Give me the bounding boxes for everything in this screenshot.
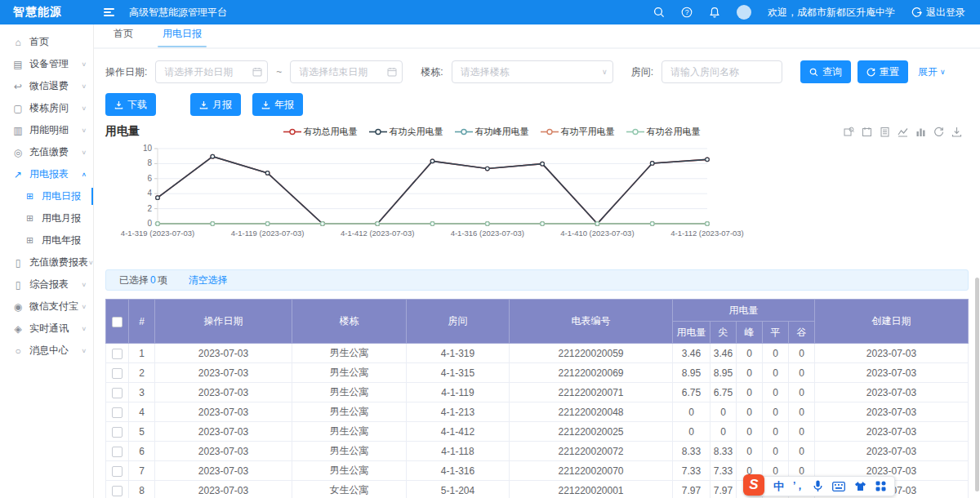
sidebar-item-9[interactable]: ◉微信支付宝∨ xyxy=(0,296,93,318)
sidebar-item-6[interactable]: ↗用电报表∧ xyxy=(0,163,93,185)
sidebar-item-10[interactable]: ◈实时通讯∨ xyxy=(0,318,93,340)
table-cell: 男生公寓 xyxy=(292,442,407,461)
sidebar-item-3[interactable]: ▢楼栋房间∨ xyxy=(0,97,93,119)
bell-icon[interactable] xyxy=(709,7,720,18)
col-building: 楼栋 xyxy=(292,300,407,344)
row-checkbox[interactable] xyxy=(112,388,122,398)
search-button[interactable]: 查询 xyxy=(800,60,851,83)
data-view-icon[interactable] xyxy=(880,127,890,137)
tab-home[interactable]: 首页 xyxy=(114,27,133,47)
sidebar-item-7[interactable]: ▯充值缴费报表∨ xyxy=(0,251,93,273)
summary-report-icon: ▯ xyxy=(12,279,24,291)
row-checkbox[interactable] xyxy=(112,486,122,496)
line-type-icon[interactable] xyxy=(898,127,908,137)
sidebar-item-11[interactable]: ○消息中心∨ xyxy=(0,340,93,362)
save-image-icon[interactable] xyxy=(951,127,962,137)
monthly-report-button[interactable]: 月报 xyxy=(190,93,241,116)
table-cell: 221220020001 xyxy=(510,481,673,498)
table-cell: 2023-07-03 xyxy=(815,363,969,383)
sidebar-subitem-0[interactable]: ⊞用电日报 xyxy=(0,185,93,207)
expand-link[interactable]: 展开 ∨ xyxy=(918,65,946,79)
chinese-mode-icon[interactable]: 中 xyxy=(773,479,784,494)
download-button[interactable]: 下载 xyxy=(105,93,156,116)
legend-item-4[interactable]: 有功谷用电量 xyxy=(626,126,701,138)
search-icon xyxy=(809,68,818,77)
building-icon: ▢ xyxy=(12,103,24,114)
sidebar-item-label: 消息中心 xyxy=(29,344,69,358)
table-cell: 男生公寓 xyxy=(292,422,407,442)
selected-count: 0 xyxy=(150,274,156,286)
menu-collapse-icon[interactable] xyxy=(104,8,114,16)
table-cell: 2023-07-03 xyxy=(155,383,292,402)
legend-item-3[interactable]: 有功平用电量 xyxy=(541,126,615,138)
sidebar-subitem-2[interactable]: ⊞用电年报 xyxy=(0,229,93,251)
sidebar-item-label: 实时通讯 xyxy=(29,322,69,336)
sidebar-item-2[interactable]: ↩微信退费∨ xyxy=(0,75,93,97)
room-input[interactable] xyxy=(662,60,782,83)
row-checkbox[interactable] xyxy=(112,466,122,477)
reset-button[interactable]: 重置 xyxy=(858,60,908,83)
table-cell: 0 xyxy=(789,383,815,402)
punctuation-icon[interactable]: ’， xyxy=(793,479,804,493)
sidebar-item-0[interactable]: ⌂首页 xyxy=(0,31,93,53)
zoom-select-icon[interactable] xyxy=(844,127,854,137)
table-cell: 8 xyxy=(129,481,155,498)
tab-daily-report[interactable]: 用电日报 xyxy=(163,27,202,47)
row-checkbox[interactable] xyxy=(112,447,122,457)
skin-icon[interactable] xyxy=(854,481,866,491)
legend-item-0[interactable]: 有功总用电量 xyxy=(283,126,358,138)
bar-type-icon[interactable] xyxy=(915,127,926,137)
legend-marker-icon xyxy=(283,128,301,136)
table-cell: 4-1-316 xyxy=(407,461,510,481)
yearly-report-button[interactable]: 年报 xyxy=(252,93,303,116)
platform-title: 高级智慧能源管理平台 xyxy=(129,6,227,20)
sub-report-icon: ⊞ xyxy=(26,191,37,202)
table-cell: 0 xyxy=(789,422,815,442)
table-cell: 男生公寓 xyxy=(292,344,407,363)
sogou-logo-icon[interactable]: S xyxy=(743,474,764,496)
svg-text:8: 8 xyxy=(147,158,152,167)
sidebar-subitem-1[interactable]: ⊞用电月报 xyxy=(0,207,93,229)
sidebar-item-label: 微信支付宝 xyxy=(29,300,78,313)
search-icon[interactable] xyxy=(653,7,665,18)
page-scrollbar[interactable] xyxy=(975,278,979,491)
logout-icon xyxy=(911,7,922,18)
table-cell: 2023-07-03 xyxy=(815,402,969,422)
restore-icon[interactable] xyxy=(933,127,944,137)
mic-icon[interactable] xyxy=(813,480,823,492)
row-checkbox[interactable] xyxy=(112,407,122,418)
svg-text:6: 6 xyxy=(147,174,152,183)
help-icon[interactable]: ? xyxy=(681,7,693,18)
legend-item-2[interactable]: 有功峰用电量 xyxy=(455,126,529,138)
row-checkbox[interactable] xyxy=(112,349,122,359)
legend-item-1[interactable]: 有功尖用电量 xyxy=(369,126,443,138)
logout-button[interactable]: 退出登录 xyxy=(911,6,965,20)
clear-selection-link[interactable]: 清空选择 xyxy=(189,273,228,287)
sidebar-item-4[interactable]: ▥用能明细∨ xyxy=(0,119,93,141)
sidebar-item-8[interactable]: ▯综合报表∨ xyxy=(0,273,93,296)
building-select[interactable] xyxy=(452,60,613,83)
toolbox-icon[interactable] xyxy=(875,481,886,491)
keyboard-icon[interactable] xyxy=(832,482,845,491)
col-created-date: 创建日期 xyxy=(815,300,969,344)
end-date-input[interactable] xyxy=(290,60,403,83)
start-date-input[interactable] xyxy=(155,60,268,83)
table-cell: 女生公寓 xyxy=(292,481,407,498)
building-filter-label: 楼栋: xyxy=(421,65,443,79)
table-row: 12023-07-03男生公寓4-1-3192212200200593.463.… xyxy=(106,344,969,363)
table-cell: 2023-07-03 xyxy=(155,344,292,363)
line-chart[interactable]: 02468104-1-319 (2023-07-03)4-1-119 (2023… xyxy=(105,142,969,261)
table-cell: 7.33 xyxy=(673,461,710,481)
sidebar-item-1[interactable]: ▤设备管理∨ xyxy=(0,53,93,75)
tab-bar: 首页 用电日报 xyxy=(94,24,980,49)
table-cell: 2023-07-03 xyxy=(155,422,292,442)
row-checkbox[interactable] xyxy=(112,427,122,438)
zoom-reset-icon[interactable] xyxy=(862,127,872,137)
sidebar-item-5[interactable]: ◎充值缴费∨ xyxy=(0,141,93,163)
row-checkbox[interactable] xyxy=(112,368,122,379)
avatar[interactable] xyxy=(737,5,751,20)
table-row: 32023-07-03男生公寓4-1-1192212200200716.756.… xyxy=(106,383,969,402)
svg-text:4-1-410 (2023-07-03): 4-1-410 (2023-07-03) xyxy=(560,229,634,238)
select-all-checkbox[interactable] xyxy=(112,317,122,327)
legend-marker-icon xyxy=(626,128,644,136)
